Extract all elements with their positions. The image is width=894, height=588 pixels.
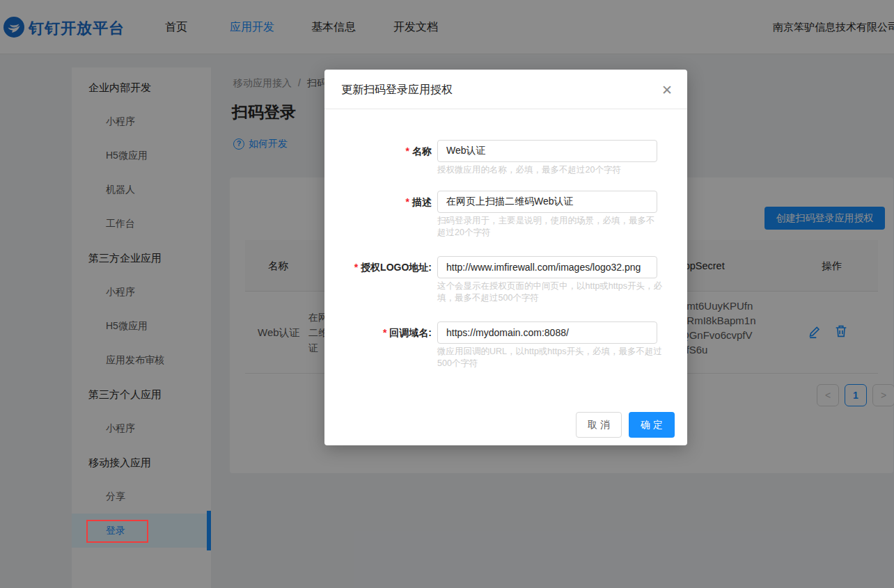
required-asterisk: * [354,262,358,273]
confirm-button[interactable]: 确 定 [629,412,675,438]
logo-url-field-helper: 这个会显示在授权页面的中间页中，以http或https开头，必填，最多不超过50… [437,280,663,304]
callback-domain-field-helper: 微应用回调的URL，以http或https开头，必填，最多不超过500个字符 [437,346,663,370]
name-field[interactable] [437,140,657,162]
name-field-label: *名称 [324,140,432,162]
description-field-label: *描述 [324,191,432,213]
dingtalk-open-platform-page: 钉钉开放平台 首页 应用开发 基本信息 开发文档 南京笨驴信息技术有限公司 企业… [0,0,894,588]
logo-url-field[interactable] [437,256,657,278]
callback-domain-field[interactable] [437,321,657,344]
name-field-helper: 授权微应用的名称，必填，最多不超过20个字符 [437,164,663,176]
description-field-helper: 扫码登录用于，主要是说明，使用的场景，必填，最多不超过20个字符 [437,215,663,239]
required-asterisk: * [383,327,386,338]
modal-header: 更新扫码登录应用授权 ✕ [324,70,687,109]
update-qr-login-auth-modal: 更新扫码登录应用授权 ✕ *名称 授权微应用的名称，必填，最多不超过20个字符 … [324,70,687,445]
description-field[interactable] [437,191,657,213]
required-asterisk: * [406,196,409,207]
cancel-button[interactable]: 取 消 [576,412,622,438]
callback-domain-field-label: *回调域名: [324,321,432,344]
required-asterisk: * [406,145,409,157]
modal-title: 更新扫码登录应用授权 [341,70,453,109]
logo-url-field-label: *授权LOGO地址: [324,256,432,278]
annotation-highlight-box [86,520,148,543]
close-icon[interactable]: ✕ [657,79,677,100]
